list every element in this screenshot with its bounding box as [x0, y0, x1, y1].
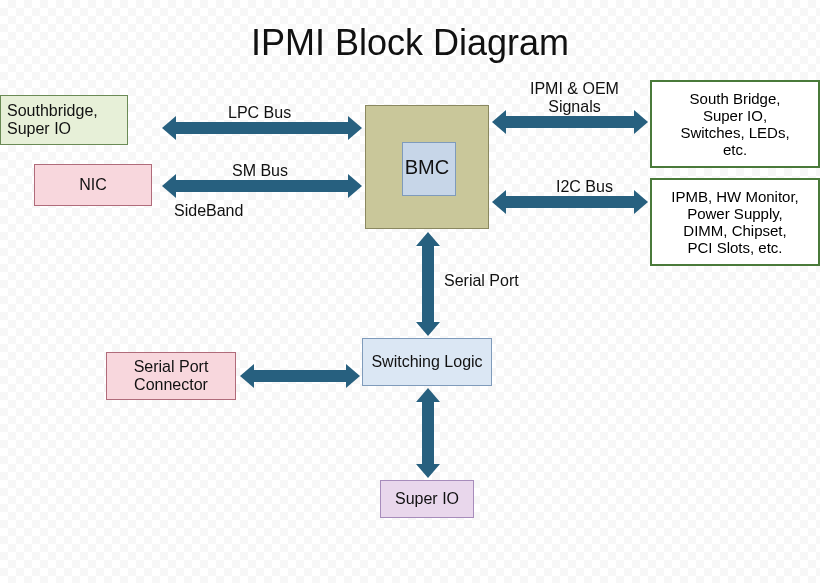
block-nic: NIC — [34, 164, 152, 206]
bmc-label: BMC — [405, 156, 449, 179]
label-ipmi-oem: IPMI & OEM Signals — [530, 80, 619, 116]
block-right-top: South Bridge, Super IO, Switches, LEDs, … — [650, 80, 820, 168]
label-sm-bus: SM Bus — [232, 162, 288, 180]
block-super-io: Super IO — [380, 480, 474, 518]
block-bmc: BMC — [365, 105, 489, 229]
block-switching-logic: Switching Logic — [362, 338, 492, 386]
label-i2c-bus: I2C Bus — [556, 178, 613, 196]
diagram-stage: IPMI Block Diagram Southbridge, Super IO… — [0, 0, 820, 583]
block-right-bottom: IPMB, HW Monitor, Power Supply, DIMM, Ch… — [650, 178, 820, 266]
label-serial-port: Serial Port — [444, 272, 519, 290]
label-lpc-bus: LPC Bus — [228, 104, 291, 122]
diagram-title: IPMI Block Diagram — [0, 22, 820, 64]
label-sideband: SideBand — [174, 202, 243, 220]
block-serial-port-connector: Serial Port Connector — [106, 352, 236, 400]
block-southbridge-superio: Southbridge, Super IO — [0, 95, 128, 145]
